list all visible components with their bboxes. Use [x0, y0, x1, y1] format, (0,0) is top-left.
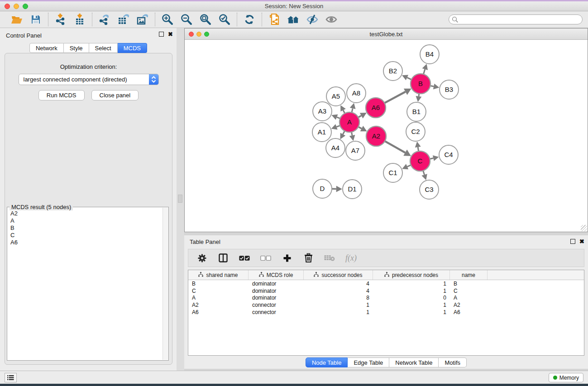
graph-node-A4[interactable]: A4	[326, 138, 345, 157]
result-item[interactable]: A2	[10, 210, 168, 217]
tab-node-table[interactable]: Node Table	[306, 357, 348, 367]
zoom-selected-icon[interactable]	[218, 13, 231, 26]
result-item[interactable]: C	[10, 232, 168, 239]
search-box[interactable]	[449, 14, 583, 24]
graph-edge-A-A8[interactable]	[350, 103, 356, 112]
new-network-from-selection-icon[interactable]	[268, 13, 281, 26]
table-cell[interactable]: B	[188, 281, 249, 287]
import-network-icon[interactable]	[54, 13, 67, 26]
mcds-result-list[interactable]: A2ABCA6	[7, 207, 168, 246]
graph-edge-C-C4[interactable]	[430, 155, 439, 161]
memory-button[interactable]: Memory	[549, 373, 583, 382]
tab-mcds[interactable]: MCDS	[118, 43, 147, 53]
graph-node-C[interactable]: C	[410, 151, 430, 171]
close-panel-icon[interactable]: ✖	[168, 32, 173, 37]
graph-node-A8[interactable]: A8	[347, 84, 366, 103]
graph-node-A2[interactable]: A2	[366, 126, 386, 146]
table-cell[interactable]: 1	[373, 288, 450, 294]
result-item[interactable]: B	[10, 224, 168, 232]
graph-edge-A2-C[interactable]	[385, 141, 411, 156]
graph-edge-A-A6[interactable]	[358, 113, 367, 119]
graph-node-A3[interactable]: A3	[313, 102, 332, 121]
graph-node-C4[interactable]: C4	[439, 145, 458, 164]
tab-motifs[interactable]: Motifs	[439, 357, 467, 367]
export-network-icon[interactable]	[98, 13, 111, 26]
graph-node-A6[interactable]: A6	[366, 98, 386, 118]
graph-edge-A-A7[interactable]	[349, 132, 355, 141]
export-image-icon[interactable]	[136, 13, 149, 26]
search-input[interactable]	[459, 16, 579, 23]
run-mcds-button[interactable]: Run MCDS	[38, 90, 85, 100]
table-row[interactable]: Cdominator41C	[188, 287, 584, 295]
zoom-out-icon[interactable]	[180, 13, 193, 26]
graph-node-B1[interactable]: B1	[407, 102, 426, 121]
graph-node-B[interactable]: B	[411, 74, 430, 94]
tab-network-table[interactable]: Network Table	[389, 357, 439, 367]
column-header-name[interactable]: name	[450, 270, 488, 280]
table-cell[interactable]: connector	[249, 309, 304, 315]
home-pages-icon[interactable]	[287, 13, 300, 26]
window-resize-grip[interactable]	[581, 225, 587, 231]
table-cell[interactable]: A2	[450, 302, 488, 308]
graph-edge-D-D1[interactable]	[332, 186, 342, 192]
table-cell[interactable]: B	[450, 281, 488, 287]
graph-edge-C-C1[interactable]	[402, 164, 411, 169]
graph-node-C2[interactable]: C2	[406, 122, 425, 141]
network-window-titlebar[interactable]: testGlobe.txt	[185, 29, 588, 40]
refresh-view-icon[interactable]	[243, 13, 256, 26]
table-row[interactable]: A2connector11A2	[188, 301, 584, 309]
zoom-fit-icon[interactable]	[199, 13, 212, 26]
close-table-panel-icon[interactable]: ✖	[579, 239, 584, 244]
graph-node-B3[interactable]: B3	[440, 80, 459, 99]
task-history-button[interactable]	[5, 373, 17, 382]
graph-edge-A6-B[interactable]	[384, 89, 411, 103]
table-cell[interactable]: A2	[188, 302, 249, 308]
open-session-icon[interactable]	[10, 13, 23, 26]
settings-icon[interactable]	[196, 253, 207, 263]
table-cell[interactable]: 4	[304, 281, 373, 287]
table-row[interactable]: Bdominator41B	[188, 280, 584, 287]
table-cell[interactable]: A6	[450, 309, 488, 315]
show-columns-icon[interactable]	[218, 253, 229, 263]
graph-node-A[interactable]: A	[339, 112, 359, 132]
table-cell[interactable]: A	[450, 295, 488, 301]
tab-select[interactable]: Select	[89, 43, 118, 53]
graph-node-A5[interactable]: A5	[326, 87, 345, 106]
table-cell[interactable]: 4	[304, 288, 373, 294]
tab-edge-table[interactable]: Edge Table	[348, 357, 389, 367]
table-row[interactable]: A6connector11A6	[188, 309, 584, 316]
result-item[interactable]: A6	[10, 239, 168, 246]
table-row[interactable]: Adominator80A	[188, 295, 584, 302]
save-session-icon[interactable]	[29, 13, 42, 26]
graph-edge-C-C3[interactable]	[421, 171, 427, 180]
column-header-shared-name[interactable]: shared name	[188, 270, 249, 280]
graph-edge-A-A4[interactable]	[340, 131, 346, 139]
export-table-icon[interactable]	[117, 13, 130, 26]
table-cell[interactable]: C	[450, 288, 488, 294]
table-cell[interactable]: C	[188, 288, 249, 294]
result-scrollbar[interactable]	[163, 208, 168, 360]
table-cell[interactable]: 8	[304, 295, 373, 301]
graph-edge-B-B3[interactable]	[430, 84, 440, 90]
graph-node-D[interactable]: D	[313, 179, 332, 198]
close-panel-button[interactable]: Close panel	[91, 90, 139, 100]
divider-grip[interactable]	[178, 195, 182, 203]
deselect-all-icon[interactable]	[260, 253, 271, 263]
graph-edge-B-B4[interactable]	[422, 64, 428, 74]
graph-edge-B-B2[interactable]	[402, 75, 411, 80]
graph-node-C3[interactable]: C3	[420, 180, 439, 199]
graph-edge-A-A2[interactable]	[358, 126, 367, 131]
table-cell[interactable]: 1	[304, 309, 373, 315]
zoom-in-icon[interactable]	[161, 13, 174, 26]
graph-edge-A-A3[interactable]	[331, 114, 340, 120]
tab-network[interactable]: Network	[29, 43, 64, 53]
table-cell[interactable]: A	[188, 295, 249, 301]
graph-node-B4[interactable]: B4	[420, 45, 439, 64]
table-cell[interactable]: 1	[373, 281, 450, 287]
graph-edge-A-A5[interactable]	[340, 105, 346, 113]
graph-edge-B-B1[interactable]	[416, 94, 422, 102]
column-header-predecessor-nodes[interactable]: predecessor nodes	[373, 270, 450, 280]
table-cell[interactable]: 1	[304, 302, 373, 308]
table-cell[interactable]: dominator	[249, 288, 304, 294]
show-eye-icon[interactable]	[325, 13, 338, 26]
